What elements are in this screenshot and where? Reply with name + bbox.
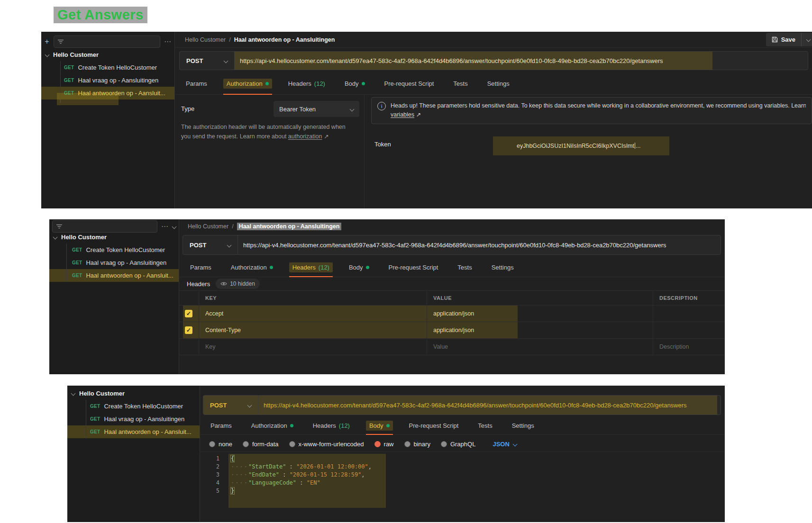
url-input[interactable]: https://api-v4.hellocustomer.com/tenant/… — [258, 396, 721, 415]
tab-settings[interactable]: Settings — [484, 73, 513, 95]
tab-params[interactable]: Params — [187, 258, 215, 277]
row-select-cell: ✓ — [179, 322, 199, 338]
method-dropdown[interactable]: POST — [183, 235, 238, 254]
body-mode-none[interactable]: none — [209, 441, 232, 448]
header-row-empty: KeyValueDescription — [179, 339, 725, 355]
tab-body[interactable]: Body — [366, 417, 393, 435]
authorization-link[interactable]: authorization — [288, 133, 322, 140]
tab-params[interactable]: Params — [182, 73, 210, 95]
tab-authorization[interactable]: Authorization — [223, 73, 272, 95]
sidebar-item-request[interactable]: GETHaal vraag op - Aansluitingen — [67, 413, 200, 425]
body-code-editor[interactable]: 12345 {····"StartDate" : "2026-01-01 12:… — [200, 451, 725, 522]
collection-header[interactable]: Hello Customer — [49, 231, 179, 243]
save-icon — [772, 36, 778, 43]
body-mode-label: GraphQL — [450, 441, 475, 448]
body-mode-raw[interactable]: raw — [374, 441, 394, 448]
collection-header[interactable]: Hello Customer — [41, 48, 174, 61]
value-placeholder-cell[interactable]: Value — [427, 339, 653, 355]
tab-settings[interactable]: Settings — [488, 258, 517, 277]
tab-pre-request-script[interactable]: Pre-request Script — [406, 417, 462, 435]
body-mode-binary[interactable]: binary — [404, 441, 430, 448]
tab-tests[interactable]: Tests — [450, 73, 471, 95]
tab-label: Settings — [492, 264, 514, 271]
tab-label: Body — [345, 80, 359, 87]
sidebar-item-request[interactable]: GETHaal antwoorden op - Aansluit... — [49, 269, 179, 282]
variables-link[interactable]: variables — [391, 111, 414, 118]
body-language-dropdown[interactable]: JSON — [493, 441, 516, 448]
modified-dot-icon — [265, 82, 269, 85]
url-text: https://api-v4.hellocustomer.com/tenant/… — [243, 242, 666, 249]
divider — [364, 95, 365, 208]
breadcrumb-collection[interactable]: Hello Customer — [185, 36, 226, 43]
request-name: Haal vraag op - Aansluitingen — [86, 259, 166, 266]
header-key-cell[interactable]: Content-Type — [199, 322, 427, 338]
token-input[interactable]: eyJhbGciOiJSUzI1NiIsInR5cCI6IkpXVCIsImt.… — [493, 136, 669, 155]
breadcrumb-collection[interactable]: Hello Customer — [188, 223, 228, 230]
tab-count: (12) — [319, 264, 329, 271]
method-dropdown[interactable]: POST — [180, 52, 235, 70]
sidebar-item-request[interactable]: GETHaal vraag op - Aansluitingen — [49, 256, 179, 269]
method-badge: GET — [64, 78, 74, 83]
save-button[interactable]: Save — [766, 33, 812, 46]
save-options-chevron-icon[interactable] — [802, 38, 812, 41]
body-mode-graphql[interactable]: GraphQL — [441, 441, 475, 448]
description-placeholder-cell[interactable]: Description — [653, 339, 725, 355]
headers-section-label: Headers — [187, 280, 210, 288]
sidebar-item-request[interactable]: GETCreate Token HelloCustomer — [49, 243, 179, 256]
modified-dot-icon — [290, 424, 293, 427]
tab-body[interactable]: Body — [346, 258, 373, 277]
body-mode-x-www-form-urlencoded[interactable]: x-www-form-urlencoded — [289, 441, 364, 448]
tree-indent-line — [66, 243, 67, 281]
sidebar-item-request[interactable]: GETCreate Token HelloCustomer — [41, 61, 174, 74]
tab-label: Pre-request Script — [409, 422, 459, 429]
tab-pre-request-script[interactable]: Pre-request Script — [381, 73, 438, 95]
tab-label: Pre-request Script — [384, 80, 434, 87]
chevron-down-icon[interactable] — [172, 224, 177, 229]
method-badge: GET — [64, 65, 74, 70]
collection-header[interactable]: Hello Customer — [67, 387, 200, 400]
header-row: ✓Content-Typeapplication/json — [179, 322, 725, 339]
more-actions-icon[interactable]: ⋯ — [164, 37, 172, 46]
tab-headers[interactable]: Headers(12) — [289, 258, 333, 277]
body-mode-label: raw — [384, 441, 394, 448]
tab-authorization[interactable]: Authorization — [228, 258, 276, 277]
header-value-cell[interactable]: application/json — [427, 306, 653, 322]
sidebar-item-request[interactable]: GETCreate Token HelloCustomer — [67, 400, 200, 413]
value-column-header: VALUE — [427, 291, 653, 305]
tab-pre-request-script[interactable]: Pre-request Script — [385, 258, 442, 277]
tab-label: Headers — [288, 80, 311, 87]
tab-headers[interactable]: Headers(12) — [310, 417, 353, 435]
tab-tests[interactable]: Tests — [474, 417, 495, 435]
hidden-headers-toggle[interactable]: 10 hidden — [216, 279, 260, 289]
more-actions-icon[interactable]: ⋯ — [161, 222, 169, 231]
checkbox-checked-icon[interactable]: ✓ — [185, 326, 192, 334]
checkbox-checked-icon[interactable]: ✓ — [185, 310, 192, 317]
tab-authorization[interactable]: Authorization — [248, 417, 297, 435]
url-input[interactable]: https://api-v4.hellocustomer.com/tenant/… — [235, 52, 808, 70]
tab-headers[interactable]: Headers(12) — [285, 73, 328, 95]
body-mode-form-data[interactable]: form-data — [243, 441, 279, 448]
breadcrumb-request-name: Haal antwoorden op - Aansluitingen — [237, 223, 342, 230]
header-value-cell[interactable]: application/json — [427, 322, 653, 338]
breadcrumb: Hello Customer / Haal antwoorden op - Aa… — [179, 219, 725, 234]
row-select-cell — [179, 339, 199, 355]
page: Get Answers + ⋯ Hello Customer GETCreate… — [0, 0, 812, 523]
chevron-down-icon — [512, 442, 517, 446]
sidebar-item-request[interactable]: GETHaal antwoorden op - Aansluit... — [67, 425, 200, 438]
tab-tests[interactable]: Tests — [454, 258, 475, 277]
tab-settings[interactable]: Settings — [509, 417, 538, 435]
tab-label: Authorization — [227, 80, 263, 87]
filter-input[interactable] — [54, 36, 160, 48]
method-dropdown[interactable]: POST — [203, 396, 258, 415]
key-placeholder-cell[interactable]: Key — [199, 339, 427, 355]
body-mode-selector: noneform-datax-www-form-urlencodedrawbin… — [209, 437, 517, 451]
auth-type-select[interactable]: Bearer Token — [274, 101, 359, 117]
header-key-cell[interactable]: Accept — [199, 306, 427, 322]
header-description-cell[interactable] — [653, 306, 725, 322]
new-request-icon[interactable]: + — [44, 37, 50, 46]
tab-params[interactable]: Params — [207, 417, 235, 435]
sidebar-item-request[interactable]: GETHaal vraag op - Aansluitingen — [41, 74, 174, 87]
tab-body[interactable]: Body — [341, 73, 368, 95]
header-description-cell[interactable] — [653, 322, 725, 338]
url-input[interactable]: https://api-v4.hellocustomer.com/tenant/… — [238, 235, 721, 254]
